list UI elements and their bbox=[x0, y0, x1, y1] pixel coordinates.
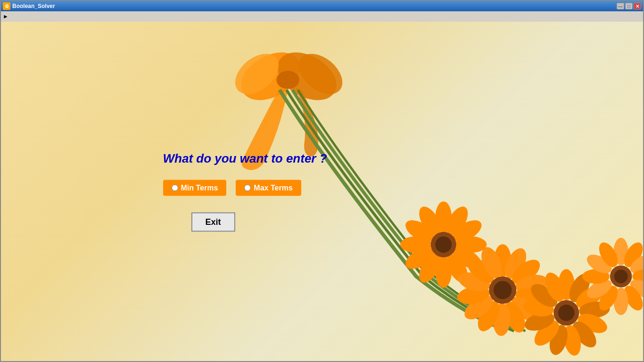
maximize-button[interactable]: □ bbox=[625, 3, 633, 9]
svg-point-49 bbox=[558, 304, 575, 321]
app-icon: ⚙ bbox=[3, 2, 10, 10]
menu-icon: ► bbox=[3, 13, 8, 20]
title-bar-left: ⚙ Boolean_Solver bbox=[3, 2, 55, 10]
max-terms-radio[interactable] bbox=[244, 185, 251, 191]
title-bar-controls: — □ ✕ bbox=[617, 3, 641, 9]
min-terms-radio[interactable] bbox=[172, 185, 178, 191]
max-terms-option[interactable]: Max Terms bbox=[236, 180, 301, 196]
exit-button[interactable]: Exit bbox=[191, 213, 235, 232]
svg-point-63 bbox=[614, 270, 628, 283]
close-button[interactable]: ✕ bbox=[634, 3, 641, 9]
svg-point-18 bbox=[435, 237, 452, 253]
menu-bar: ► bbox=[1, 11, 643, 22]
max-terms-label[interactable]: Max Terms bbox=[254, 184, 292, 192]
dialog-container: What do you want to enter ? Min Terms Ma… bbox=[163, 151, 327, 232]
radio-button-row: Min Terms Max Terms bbox=[163, 180, 301, 196]
svg-point-4 bbox=[276, 71, 299, 89]
content-area: What do you want to enter ? Min Terms Ma… bbox=[1, 22, 643, 361]
window-title: Boolean_Solver bbox=[12, 3, 55, 9]
main-window: ⚙ Boolean_Solver — □ ✕ ► bbox=[0, 0, 644, 362]
min-terms-label[interactable]: Min Terms bbox=[181, 184, 218, 192]
min-terms-option[interactable]: Min Terms bbox=[163, 180, 227, 196]
minimize-button[interactable]: — bbox=[617, 3, 624, 9]
question-label: What do you want to enter ? bbox=[163, 151, 327, 166]
title-bar: ⚙ Boolean_Solver — □ ✕ bbox=[1, 1, 643, 11]
svg-point-34 bbox=[494, 281, 512, 299]
